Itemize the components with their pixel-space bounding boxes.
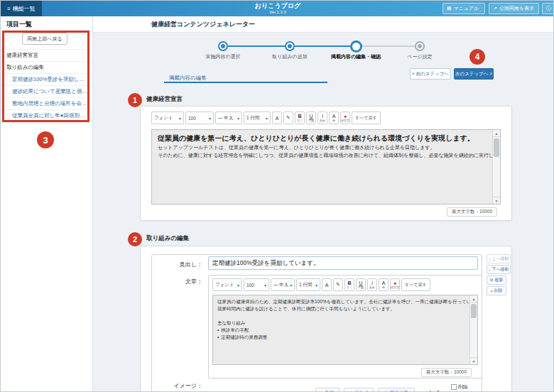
hamburger-icon: ≡ — [7, 6, 11, 12]
edit-pencil-button[interactable]: ✎ — [333, 278, 343, 291]
scale-dot-icon: ● — [437, 389, 440, 392]
text-color-button[interactable]: A 色 — [379, 278, 389, 291]
weight-dropdown[interactable]: — 中太 ▾ — [271, 278, 295, 291]
function-list-button[interactable]: ≡ 機能一覧 — [1, 1, 42, 16]
image-edit-button[interactable]: ✎ 画像加工 — [378, 388, 415, 392]
step-label-4: ページ設定 — [377, 53, 462, 60]
scrollbar[interactable]: ▲ ▼ — [469, 295, 477, 364]
declaration-textarea[interactable]: 従業員の健康を第一に考え、ひとりひとりが長く健康に働き続けられる環境づくりを実現… — [151, 129, 501, 205]
reset-all-button[interactable]: すべて戻す — [352, 111, 381, 124]
body-line-3: 主な取り組み — [217, 320, 467, 327]
move-down-label: 下へ移動 — [491, 266, 509, 273]
scroll-thumb[interactable] — [471, 304, 477, 318]
sidebar-item-initiatives[interactable]: 取り組みの編集 — [1, 61, 92, 73]
move-down-button[interactable]: ↓ 下へ移動 — [487, 265, 511, 274]
sidebar-item-results[interactable]: 健診結果について産業医と個… — [1, 85, 92, 97]
declaration-line-1: 従業員の健康を第一に考え、ひとりひとりが長く健康に働き続けられる環境づくりを実現… — [158, 134, 489, 143]
delete-item-button[interactable]: × 削除 — [487, 286, 506, 295]
bullet-icon: • — [217, 334, 219, 339]
move-up-button[interactable]: ↑ 上へ移動 — [487, 254, 511, 263]
emoji-button[interactable]: ● 絵文字 — [340, 111, 350, 124]
sidebar-item-smoking[interactable]: 敷地内禁煙と分煙の場所を会… — [1, 97, 92, 109]
body-bullet-list: •検診車の手配 •定期健診時の業務調整 — [217, 327, 467, 341]
italic-button[interactable]: I 斜め — [317, 111, 327, 124]
bold-button[interactable]: B 太く — [295, 111, 305, 124]
scale-up-icon[interactable]: ▲ — [428, 389, 433, 392]
site-admin-button[interactable]: ⓘ サイト管理 — [542, 3, 554, 14]
emoji-glyph: ● — [393, 281, 396, 285]
reset-all-button[interactable]: すべて戻す — [401, 278, 430, 291]
arrow-up-icon: ↑ — [488, 257, 490, 261]
scroll-up-icon[interactable]: ▲ — [493, 130, 500, 137]
editor1-toolbar: フォント ▾ 100 ▾ — 中太 ▾ 1 行間 ▾ A ✎ B 太く U 下線 — [151, 111, 381, 124]
image-delete-checkbox-row[interactable]: 削除 — [451, 383, 468, 391]
edit-pencil-button[interactable]: ✎ — [283, 111, 293, 124]
prev-step-button[interactable]: < 前のステップへ — [410, 68, 451, 80]
headline-label: 見出し： — [158, 261, 202, 268]
next-step-button[interactable]: 次のステップへ > — [454, 68, 494, 80]
sidebar-item-checkup[interactable]: 定期健診100%受診を奨励し… — [1, 73, 92, 85]
underline-label: 下線 — [308, 119, 314, 122]
checkbox-icon[interactable] — [451, 384, 457, 390]
page-title: 健康経営コンテンツジェネレーター — [151, 20, 255, 29]
underline-glyph: U — [359, 281, 362, 285]
app-window: ≡ 機能一覧 おりこうブログ Ver.1.3.3 ▤ マニュアル ↗ 公開画面を… — [0, 0, 554, 392]
external-link-icon: ↗ — [493, 6, 497, 11]
font-dropdown[interactable]: フォント ▾ — [212, 278, 242, 291]
step-connector-1 — [228, 45, 285, 47]
italic-button[interactable]: I 斜め — [367, 278, 377, 291]
scroll-thumb[interactable] — [494, 138, 499, 157]
lineheight-dropdown[interactable]: 1 行間 ▾ — [296, 278, 320, 291]
declaration-line-2: セットアップツールテストは、従業員の健康を第一に考え、ひとりひとりが長く健康に働… — [158, 143, 489, 151]
underline-glyph: U — [309, 114, 313, 119]
body-textarea[interactable]: 従業員の健康保持のため、定期健康診断受診率100%を徹底しています。会社に健診車… — [212, 295, 478, 365]
weight-dropdown[interactable]: — 中太 ▾ — [215, 111, 242, 124]
sidebar-item-declaration[interactable]: 健康経営宣言 — [1, 49, 92, 61]
emoji-button[interactable]: ● 絵文字 — [390, 278, 400, 291]
duplicate-button[interactable]: ⧉ 複製 — [487, 276, 506, 285]
underline-label: 下線 — [358, 285, 364, 289]
section1-heading: 健康経営宣言 — [146, 95, 183, 104]
caret-down-icon: ▾ — [209, 116, 211, 121]
max-chars-badge-1: 最大文字数：10000 — [447, 207, 497, 217]
back-to-top-button[interactable]: 画面上部へ戻る — [22, 33, 67, 45]
manual-label: マニュアル — [454, 5, 479, 12]
caret-down-icon: ▾ — [237, 116, 239, 121]
scrollbar[interactable]: ▲ ▼ — [492, 130, 500, 204]
step-node-2-done — [285, 41, 295, 51]
image-generate-label: AI生成 — [354, 390, 368, 392]
caret-down-icon: ▾ — [266, 116, 268, 121]
sidebar-item-interview[interactable]: 従業員全員に対し年●回個別… — [1, 109, 92, 121]
body-bullet-2: •定期健診時の業務調整 — [217, 334, 467, 341]
bullet-1-text: 検診車の手配 — [221, 327, 249, 332]
editor2-toolbar: フォント ▾ 100 ▾ — 中太 ▾ 1 行間 ▾ A ✎ B 太く U 下線 — [212, 278, 430, 291]
scroll-down-icon[interactable]: ▼ — [493, 197, 500, 204]
bold-label: 太く — [347, 285, 352, 289]
image-generate-button[interactable]: ◎ AI生成 — [344, 388, 374, 392]
public-view-button[interactable]: ↗ 公開画面を表示 — [489, 3, 539, 14]
text-color-button[interactable]: A 色 — [329, 111, 339, 124]
italic-glyph: I — [371, 281, 373, 285]
bold-button[interactable]: B 太く — [344, 278, 354, 291]
caret-down-icon: ▾ — [315, 283, 317, 288]
italic-glyph: I — [322, 114, 323, 119]
font-color-glyph: A — [325, 283, 329, 288]
tab-edit-content[interactable]: 掲載内容の編集 — [169, 75, 207, 82]
underline-button[interactable]: U 下線 — [306, 111, 316, 124]
font-color-button[interactable]: A — [322, 278, 332, 291]
underline-button[interactable]: U 下線 — [356, 278, 366, 291]
size-dropdown[interactable]: 100 ▾ — [185, 111, 214, 124]
sidebar-title: 項目一覧 — [6, 20, 32, 29]
body-line-2: 就業時間内に健診を設けることで、休日に病院に行く手間もないようにしています。 — [217, 305, 467, 312]
font-dropdown[interactable]: フォント ▾ — [151, 111, 184, 124]
headline-input[interactable] — [208, 256, 478, 270]
manual-button[interactable]: ▤ マニュアル — [442, 3, 485, 14]
lineheight-dropdown[interactable]: 1 行間 ▾ — [244, 111, 271, 124]
font-color-button[interactable]: A — [272, 111, 282, 124]
bullet-2-text: 定期健診時の業務調整 — [221, 334, 267, 339]
image-browse-button[interactable]: ↑ 参照 — [315, 388, 340, 392]
scroll-down-icon[interactable]: ▼ — [470, 357, 477, 364]
size-dropdown[interactable]: 100 ▾ — [244, 278, 269, 291]
image-browse-label: 参照 — [325, 390, 334, 392]
scroll-up-icon[interactable]: ▲ — [470, 295, 477, 303]
